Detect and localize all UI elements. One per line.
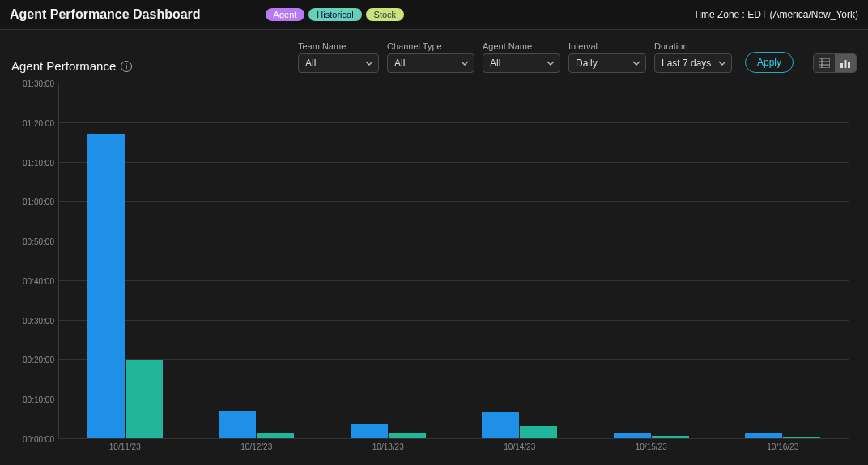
chart-bar[interactable] bbox=[87, 134, 125, 438]
chart-bar[interactable] bbox=[389, 433, 426, 439]
channel-type-select[interactable]: All bbox=[387, 53, 474, 73]
duration-value: Last 7 days bbox=[662, 58, 711, 69]
chart-category: 10/13/23 bbox=[322, 83, 454, 438]
chart-bar[interactable] bbox=[520, 426, 557, 438]
chevron-down-icon bbox=[547, 59, 555, 67]
y-axis-tick: 01:10:00 bbox=[15, 158, 54, 167]
chart-bar[interactable] bbox=[783, 437, 820, 438]
team-name-select[interactable]: All bbox=[298, 53, 379, 73]
chart-area: 00:00:0000:10:0000:20:0000:30:0000:40:00… bbox=[11, 83, 857, 463]
timezone-label: Time Zone : EDT (America/New_York) bbox=[693, 9, 858, 20]
interval-label: Interval bbox=[568, 41, 646, 51]
svg-rect-6 bbox=[848, 62, 850, 68]
y-axis-tick: 01:00:00 bbox=[15, 198, 54, 207]
y-axis-tick: 01:20:00 bbox=[15, 118, 54, 127]
pill-agent: Agent bbox=[266, 8, 305, 21]
y-axis-tick: 00:20:00 bbox=[15, 356, 54, 365]
info-icon[interactable]: i bbox=[121, 61, 132, 72]
y-axis-tick: 00:10:00 bbox=[15, 395, 54, 404]
agent-name-select[interactable]: All bbox=[483, 53, 560, 73]
chart-category: 10/14/23 bbox=[454, 83, 586, 438]
chevron-down-icon bbox=[632, 59, 640, 67]
channel-type-value: All bbox=[394, 58, 405, 69]
y-axis-tick: 00:50:00 bbox=[15, 237, 54, 246]
duration-select[interactable]: Last 7 days bbox=[654, 53, 732, 73]
chart-category: 10/16/23 bbox=[717, 83, 849, 438]
chevron-down-icon bbox=[365, 59, 373, 67]
agent-name-label: Agent Name bbox=[483, 41, 560, 51]
chart-bar[interactable] bbox=[745, 433, 782, 438]
y-axis-tick: 00:30:00 bbox=[15, 316, 54, 325]
chart-category: 10/11/23 bbox=[59, 83, 191, 438]
apply-button[interactable]: Apply bbox=[745, 52, 794, 73]
chart-bar[interactable] bbox=[257, 433, 294, 439]
svg-rect-0 bbox=[819, 58, 830, 68]
chart-bar[interactable] bbox=[652, 436, 689, 438]
chart-category: 10/12/23 bbox=[191, 83, 323, 438]
chart-bar[interactable] bbox=[126, 360, 163, 438]
svg-rect-4 bbox=[840, 63, 843, 68]
chart-category: 10/15/23 bbox=[585, 83, 717, 438]
chart-bar[interactable] bbox=[351, 424, 388, 438]
team-name-value: All bbox=[305, 58, 316, 69]
x-axis-tick: 10/11/23 bbox=[109, 442, 141, 451]
chart-view-toggle[interactable] bbox=[835, 54, 856, 72]
y-axis-tick: 00:00:00 bbox=[15, 435, 54, 444]
chart-bar[interactable] bbox=[614, 433, 651, 439]
chevron-down-icon bbox=[718, 59, 726, 67]
chevron-down-icon bbox=[461, 59, 469, 67]
table-icon bbox=[819, 58, 830, 68]
page-title: Agent Performance bbox=[11, 59, 116, 73]
y-axis-tick: 00:40:00 bbox=[15, 276, 54, 285]
chart-bar[interactable] bbox=[482, 412, 519, 438]
chart-bar[interactable] bbox=[219, 411, 256, 438]
x-axis-tick: 10/16/23 bbox=[767, 442, 798, 451]
dashboard-title: Agent Performance Dashboard bbox=[10, 7, 201, 22]
x-axis-tick: 10/15/23 bbox=[636, 442, 667, 451]
bar-chart-icon bbox=[840, 58, 851, 68]
team-name-label: Team Name bbox=[298, 41, 379, 51]
grid-line: 00:00:00 bbox=[59, 438, 849, 439]
interval-value: Daily bbox=[576, 58, 598, 69]
pill-stock: Stock bbox=[366, 8, 405, 21]
channel-type-label: Channel Type bbox=[387, 41, 474, 51]
interval-select[interactable]: Daily bbox=[568, 53, 646, 73]
x-axis-tick: 10/13/23 bbox=[372, 442, 404, 451]
x-axis-tick: 10/14/23 bbox=[504, 442, 535, 451]
svg-rect-5 bbox=[845, 60, 847, 68]
x-axis-tick: 10/12/23 bbox=[240, 442, 272, 451]
pill-historical: Historical bbox=[308, 8, 361, 21]
table-view-toggle[interactable] bbox=[814, 54, 835, 72]
duration-label: Duration bbox=[654, 41, 732, 51]
y-axis-tick: 01:30:00 bbox=[15, 79, 54, 88]
agent-name-value: All bbox=[490, 58, 500, 69]
